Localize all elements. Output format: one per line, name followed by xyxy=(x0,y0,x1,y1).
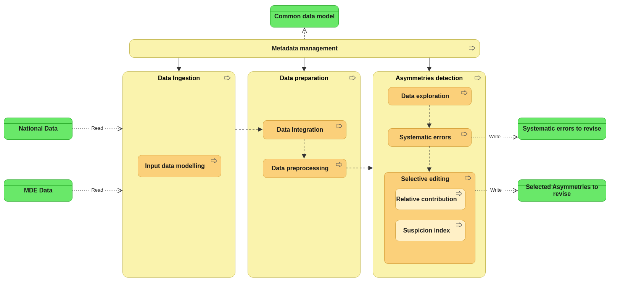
node-label: Selective editing xyxy=(385,176,466,182)
node-selective-editing: Selective editing Relative contribution … xyxy=(384,172,475,264)
node-national-data: National Data xyxy=(4,118,72,140)
node-data-exploration: Data exploration xyxy=(388,87,472,105)
node-mde-data: MDE Data xyxy=(4,179,72,202)
node-label: Data preprocessing xyxy=(263,165,337,172)
node-systematic-errors: Systematic errors xyxy=(388,128,472,147)
node-label: Selected Asymmetries to revise xyxy=(518,184,606,198)
edge-label: Read xyxy=(91,187,103,193)
link-arrow-icon xyxy=(336,124,342,128)
link-arrow-icon xyxy=(349,76,356,80)
node-common-data-model: Common data model xyxy=(270,5,339,27)
link-arrow-icon xyxy=(456,223,462,227)
edge-label: Read xyxy=(91,125,103,131)
svg-rect-7 xyxy=(90,187,105,193)
panel-asymmetries-detection: Asymmetries detection Data exploration S… xyxy=(373,71,486,278)
link-arrow-icon xyxy=(211,158,217,163)
svg-rect-14 xyxy=(488,187,504,193)
link-arrow-icon xyxy=(469,46,475,50)
edge-label: Write xyxy=(490,187,502,193)
node-label: Data Integration xyxy=(263,126,337,133)
diagram-canvas: Common data model Metadata management Na… xyxy=(0,0,644,281)
link-arrow-icon xyxy=(461,132,467,136)
node-label: Suspicion index xyxy=(396,227,457,234)
link-arrow-icon xyxy=(336,162,342,167)
link-arrow-icon xyxy=(456,191,462,196)
node-label: Data exploration xyxy=(388,93,462,100)
node-label: Systematic errors to revise xyxy=(518,125,606,132)
panel-title: Data Ingestion xyxy=(123,75,235,82)
link-arrow-icon xyxy=(461,90,467,95)
node-data-integration: Data Integration xyxy=(263,120,346,139)
link-arrow-icon xyxy=(465,176,471,180)
node-label: National Data xyxy=(4,125,72,132)
panel-data-ingestion: Data Ingestion Input data modelling xyxy=(122,71,235,278)
panel-title: Asymmetries detection xyxy=(373,75,485,82)
node-label: MDE Data xyxy=(4,187,72,194)
svg-rect-5 xyxy=(90,125,105,131)
edge-label: Write xyxy=(489,134,501,139)
node-label: Metadata management xyxy=(130,45,480,52)
node-relative-contribution: Relative contribution xyxy=(395,189,465,210)
node-systematic-errors-to-revise: Systematic errors to revise xyxy=(518,118,606,140)
node-label: Systematic errors xyxy=(388,134,462,141)
node-data-preprocessing: Data preprocessing xyxy=(263,159,346,178)
panel-data-preparation: Data preparation Data Integration Data p… xyxy=(248,71,361,278)
node-label: Common data model xyxy=(270,13,338,20)
node-input-data-modelling: Input data modelling xyxy=(138,155,221,177)
link-arrow-icon xyxy=(475,76,481,80)
link-arrow-icon xyxy=(224,76,230,80)
panel-title: Data preparation xyxy=(248,75,360,82)
node-label: Relative contribution xyxy=(396,196,457,203)
svg-rect-13 xyxy=(486,133,503,139)
node-suspicion-index: Suspicion index xyxy=(395,220,465,241)
node-metadata-management: Metadata management xyxy=(129,39,480,58)
node-label: Input data modelling xyxy=(138,163,212,170)
node-selected-asymmetries-to-revise: Selected Asymmetries to revise xyxy=(518,179,606,202)
